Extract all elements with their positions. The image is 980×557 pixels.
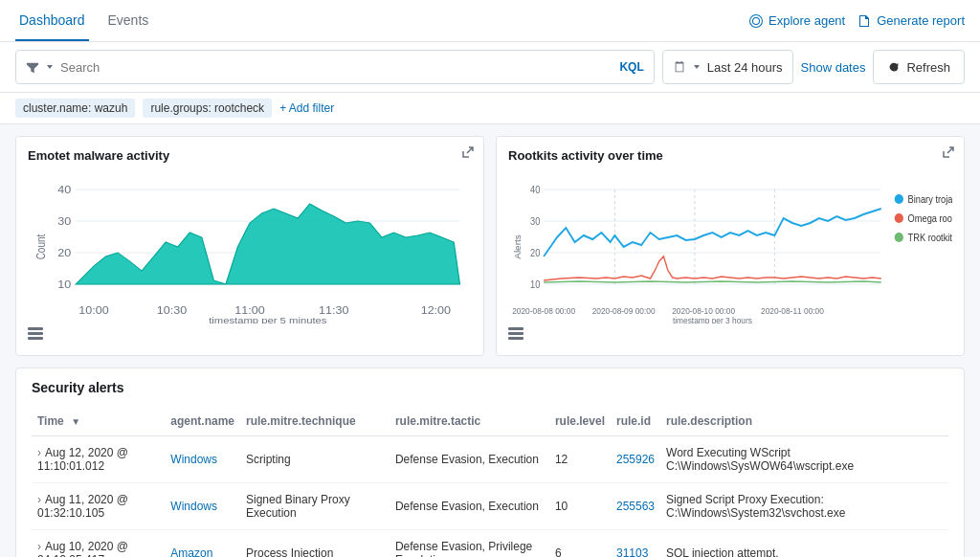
time-dropdown-icon bbox=[692, 62, 702, 72]
dropdown-icon bbox=[45, 62, 55, 72]
cell-agent-2[interactable]: Amazon bbox=[165, 530, 240, 558]
security-alerts-card: Security alerts Time ▼ agent.name rule.m… bbox=[15, 368, 965, 557]
svg-text:10:00: 10:00 bbox=[78, 305, 108, 316]
cell-ruleid-0[interactable]: 255926 bbox=[611, 436, 660, 483]
emotet-chart-card: Emotet malware activity Count 40 3 bbox=[15, 136, 484, 356]
filter-cluster[interactable]: cluster.name: wazuh bbox=[15, 99, 135, 118]
search-right-controls: Last 24 hours Show dates Refresh bbox=[662, 50, 965, 84]
svg-text:30: 30 bbox=[57, 216, 71, 227]
svg-text:12:00: 12:00 bbox=[421, 305, 451, 316]
main-content: Emotet malware activity Count 40 3 bbox=[0, 124, 980, 557]
rootkit-chart-card: Rootkits activity over time Alerts 40 30 bbox=[496, 136, 965, 356]
filter-icon bbox=[26, 60, 39, 74]
rootkit-chart-area: Alerts 40 30 20 10 bbox=[508, 170, 952, 323]
row-toggle-2[interactable]: › bbox=[37, 540, 41, 553]
cell-tactic-0: Defense Evasion, Execution bbox=[390, 436, 549, 483]
alerts-tbody: ›Aug 12, 2020 @ 11:10:01.012 Windows Scr… bbox=[32, 436, 948, 558]
rootkit-svg: Alerts 40 30 20 10 bbox=[508, 170, 952, 323]
kql-badge[interactable]: KQL bbox=[619, 60, 643, 74]
col-technique[interactable]: rule.mitre.technique bbox=[240, 407, 390, 436]
cell-technique-2: Process Injection bbox=[240, 530, 390, 558]
cell-technique-1: Signed Binary Proxy Execution bbox=[240, 483, 390, 530]
row-toggle-1[interactable]: › bbox=[37, 493, 41, 506]
cell-level-0: 12 bbox=[549, 436, 611, 483]
cell-agent-1[interactable]: Windows bbox=[165, 483, 240, 530]
svg-rect-42 bbox=[508, 327, 523, 330]
refresh-icon bbox=[887, 60, 901, 74]
cell-desc-0: Word Executing WScript C:\Windows\SysWOW… bbox=[660, 436, 948, 483]
col-level[interactable]: rule.level bbox=[549, 407, 611, 436]
filter-rulegroups[interactable]: rule.groups: rootcheck bbox=[143, 99, 272, 118]
add-filter-link[interactable]: + Add filter bbox=[279, 101, 334, 115]
search-input[interactable] bbox=[60, 60, 613, 75]
emotet-expand-icon[interactable] bbox=[462, 146, 474, 161]
tab-dashboard[interactable]: Dashboard bbox=[15, 1, 89, 41]
svg-text:40: 40 bbox=[57, 185, 71, 195]
col-agent[interactable]: agent.name bbox=[165, 407, 240, 436]
time-label: Last 24 hours bbox=[707, 60, 783, 75]
svg-rect-16 bbox=[28, 327, 43, 330]
svg-text:10:30: 10:30 bbox=[157, 305, 187, 316]
security-alerts-title: Security alerts bbox=[32, 380, 948, 395]
cell-tactic-1: Defense Evasion, Execution bbox=[390, 483, 549, 530]
emotet-chart-footer bbox=[28, 327, 472, 344]
col-ruleid[interactable]: rule.id bbox=[611, 407, 660, 436]
svg-rect-43 bbox=[508, 332, 523, 335]
alerts-table: Time ▼ agent.name rule.mitre.technique r… bbox=[32, 407, 948, 557]
cell-time-0: ›Aug 12, 2020 @ 11:10:01.012 bbox=[32, 436, 165, 483]
col-desc[interactable]: rule.description bbox=[660, 407, 948, 436]
col-time[interactable]: Time ▼ bbox=[32, 407, 165, 436]
rootkit-table-icon[interactable] bbox=[508, 327, 523, 344]
svg-text:20: 20 bbox=[530, 248, 540, 258]
table-header-row: Time ▼ agent.name rule.mitre.technique r… bbox=[32, 407, 948, 436]
generate-report-label: Generate report bbox=[877, 13, 965, 28]
rootkit-expand-icon[interactable] bbox=[943, 146, 954, 161]
svg-text:40: 40 bbox=[530, 185, 540, 195]
table-row: ›Aug 10, 2020 @ 04:12:05.417 Amazon Proc… bbox=[32, 530, 948, 558]
table-row: ›Aug 11, 2020 @ 01:32:10.105 Windows Sig… bbox=[32, 483, 948, 530]
cell-ruleid-2[interactable]: 31103 bbox=[611, 530, 660, 558]
svg-point-36 bbox=[895, 194, 903, 204]
svg-text:timestamp per 5 minutes: timestamp per 5 minutes bbox=[209, 316, 326, 323]
tab-events[interactable]: Events bbox=[104, 1, 153, 41]
svg-marker-9 bbox=[76, 204, 459, 284]
show-dates-button[interactable]: Show dates bbox=[801, 60, 866, 75]
top-bar: Dashboard Events Explore agent Generate … bbox=[0, 0, 980, 42]
col-tactic[interactable]: rule.mitre.tactic bbox=[390, 407, 549, 436]
svg-rect-18 bbox=[28, 337, 43, 340]
cell-desc-2: SQL injection attempt. bbox=[660, 530, 948, 558]
rootkit-chart-footer bbox=[508, 327, 952, 344]
refresh-button[interactable]: Refresh bbox=[873, 50, 965, 84]
cell-ruleid-1[interactable]: 255563 bbox=[611, 483, 660, 530]
svg-text:Count: Count bbox=[33, 234, 46, 259]
time-picker[interactable]: Last 24 hours bbox=[662, 50, 793, 84]
generate-report-icon bbox=[857, 13, 872, 29]
filter-bar: cluster.name: wazuh rule.groups: rootche… bbox=[0, 93, 980, 124]
tabs: Dashboard Events bbox=[15, 1, 152, 41]
svg-rect-17 bbox=[28, 332, 43, 335]
search-box[interactable]: KQL bbox=[15, 50, 655, 84]
svg-text:20: 20 bbox=[57, 248, 71, 258]
svg-text:11:00: 11:00 bbox=[234, 305, 264, 316]
explore-agent-link[interactable]: Explore agent bbox=[748, 13, 845, 29]
explore-agent-label: Explore agent bbox=[768, 13, 845, 28]
cell-desc-1: Signed Script Proxy Execution: C:\Window… bbox=[660, 483, 948, 530]
cell-technique-0: Scripting bbox=[240, 436, 390, 483]
emotet-table-icon[interactable] bbox=[28, 327, 43, 344]
svg-text:Alerts: Alerts bbox=[512, 234, 523, 259]
svg-text:2020-08-10 00:00: 2020-08-10 00:00 bbox=[672, 306, 735, 316]
svg-text:timestamp per 3 hours: timestamp per 3 hours bbox=[673, 316, 753, 323]
svg-text:10: 10 bbox=[57, 279, 71, 290]
rootkit-chart-title: Rootkits activity over time bbox=[508, 148, 952, 163]
row-toggle-0[interactable]: › bbox=[37, 446, 41, 459]
cell-agent-0[interactable]: Windows bbox=[165, 436, 240, 483]
top-actions: Explore agent Generate report bbox=[748, 13, 965, 29]
explore-agent-icon bbox=[748, 13, 764, 29]
generate-report-link[interactable]: Generate report bbox=[857, 13, 965, 29]
cell-time-1: ›Aug 11, 2020 @ 01:32:10.105 bbox=[32, 483, 165, 530]
svg-text:2020-08-11 00:00: 2020-08-11 00:00 bbox=[761, 306, 824, 316]
svg-text:2020-08-08 00:00: 2020-08-08 00:00 bbox=[512, 306, 575, 316]
svg-text:Omega rootkit: Omega rootkit bbox=[908, 213, 952, 224]
svg-text:10: 10 bbox=[530, 279, 540, 290]
table-row: ›Aug 12, 2020 @ 11:10:01.012 Windows Scr… bbox=[32, 436, 948, 483]
